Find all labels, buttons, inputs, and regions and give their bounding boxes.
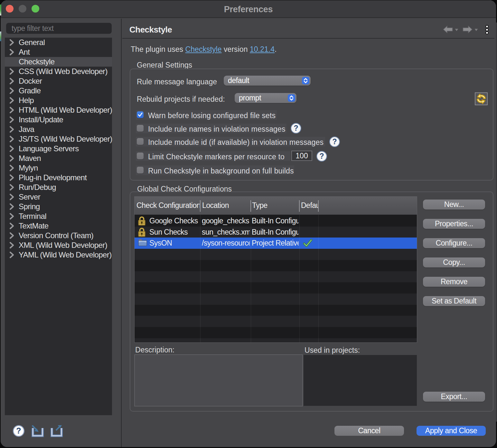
svg-text:?: ? [16, 426, 21, 435]
